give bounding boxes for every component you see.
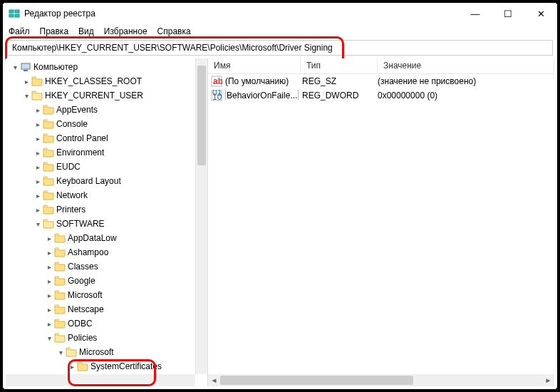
tree-systemcertificates[interactable]: ▸SystemCertificates — [6, 359, 195, 373]
svg-rect-5 — [24, 70, 28, 71]
expand-icon[interactable]: ▸ — [33, 192, 43, 200]
menu-file[interactable]: Файл — [9, 26, 30, 36]
svg-rect-0 — [9, 10, 14, 13]
values-list[interactable]: ab(По умолчанию)REG_SZ(значение не присв… — [208, 74, 554, 103]
value-type: REG_DWORD — [302, 91, 378, 100]
tree-hkcr[interactable]: ▸HKEY_CLASSES_ROOT — [6, 74, 195, 88]
tree-computer[interactable]: ▾Компьютер — [6, 60, 195, 74]
address-bar[interactable]: Компьютер\HKEY_CURRENT_USER\SOFTWARE\Pol… — [7, 40, 553, 56]
svg-rect-3 — [15, 14, 19, 17]
tree-microsoft[interactable]: ▾Microsoft — [6, 345, 195, 359]
tree-item-printers[interactable]: ▸Printers — [6, 202, 195, 217]
window-buttons: — ☐ ✕ — [459, 3, 557, 24]
tree-item-console[interactable]: ▸Console — [6, 117, 195, 131]
expand-icon[interactable]: ▸ — [44, 320, 54, 328]
svg-rect-2 — [15, 10, 19, 13]
menu-favorites[interactable]: Избранное — [104, 26, 147, 36]
tree-item-netscape[interactable]: ▸Netscape — [6, 302, 195, 316]
col-name[interactable]: Имя — [208, 58, 301, 73]
menu-view[interactable]: Вид — [78, 26, 94, 36]
tree-item-appevents[interactable]: ▸AppEvents — [6, 103, 195, 117]
scroll-left-icon[interactable]: ◄ — [208, 376, 220, 384]
address-text: Компьютер\HKEY_CURRENT_USER\SOFTWARE\Pol… — [12, 43, 333, 53]
tree-item-control-panel[interactable]: ▸Control Panel — [6, 131, 195, 145]
expand-icon[interactable]: ▸ — [44, 306, 54, 314]
close-button[interactable]: ✕ — [524, 3, 557, 24]
svg-rect-1 — [9, 14, 14, 17]
value-data: (значение не присвоено) — [378, 76, 476, 86]
registry-tree[interactable]: ▾Компьютер▸HKEY_CLASSES_ROOT▾HKEY_CURREN… — [6, 58, 195, 374]
menu-edit[interactable]: Правка — [40, 26, 69, 36]
menubar: Файл Правка Вид Избранное Справка — [3, 24, 557, 38]
value-name: BehaviorOnFaile... — [225, 91, 302, 100]
tree-hkcu[interactable]: ▾HKEY_CURRENT_USER — [6, 88, 195, 103]
values-list-pane: Имя Тип Значение ab(По умолчанию)REG_SZ(… — [208, 58, 554, 386]
expand-icon[interactable]: ▾ — [21, 92, 31, 100]
tree-item-appdatalow[interactable]: ▸AppDataLow — [6, 231, 195, 245]
expand-icon[interactable]: ▸ — [67, 363, 77, 371]
value-row[interactable]: 01101001BehaviorOnFaile...REG_DWORD0x000… — [208, 88, 554, 103]
scroll-right-icon[interactable]: ► — [542, 376, 554, 384]
tree-item-ashampoo[interactable]: ▸Ashampoo — [6, 245, 195, 259]
tree-software[interactable]: ▾SOFTWARE — [6, 217, 195, 231]
expand-icon[interactable]: ▸ — [44, 263, 54, 271]
expand-icon[interactable]: ▾ — [33, 220, 43, 228]
expand-icon[interactable]: ▾ — [10, 63, 20, 71]
col-type[interactable]: Тип — [301, 58, 378, 73]
regedit-icon — [9, 8, 20, 19]
svg-rect-4 — [21, 63, 30, 69]
svg-text:ab: ab — [213, 76, 222, 86]
tree-item-environment[interactable]: ▸Environment — [6, 145, 195, 160]
col-value[interactable]: Значение — [378, 58, 554, 73]
window-title: Редактор реестра — [24, 9, 459, 19]
tree-horizontal-scrollbar[interactable] — [6, 374, 195, 386]
tree-pane: ▾Компьютер▸HKEY_CLASSES_ROOT▾HKEY_CURREN… — [6, 58, 208, 386]
column-headers[interactable]: Имя Тип Значение — [208, 58, 554, 74]
value-row[interactable]: ab(По умолчанию)REG_SZ(значение не присв… — [208, 74, 554, 88]
tree-item-keyboard-layout[interactable]: ▸Keyboard Layout — [6, 174, 195, 188]
tree-vertical-scrollbar[interactable] — [195, 58, 207, 374]
expand-icon[interactable]: ▾ — [56, 349, 66, 356]
value-type: REG_SZ — [302, 76, 378, 86]
expand-icon[interactable]: ▸ — [33, 177, 43, 185]
expand-icon[interactable]: ▸ — [33, 106, 43, 114]
expand-icon[interactable]: ▸ — [33, 120, 43, 128]
titlebar: Редактор реестра — ☐ ✕ — [3, 3, 557, 24]
tree-item-classes[interactable]: ▸Classes — [6, 259, 195, 274]
list-horizontal-scrollbar[interactable]: ◄ ► — [208, 374, 554, 386]
menu-help[interactable]: Справка — [157, 26, 191, 36]
expand-icon[interactable]: ▸ — [21, 78, 31, 86]
tree-item-network[interactable]: ▸Network — [6, 188, 195, 202]
expand-icon[interactable]: ▸ — [44, 292, 54, 299]
tree-item-google[interactable]: ▸Google — [6, 274, 195, 288]
expand-icon[interactable]: ▸ — [44, 249, 54, 257]
expand-icon[interactable]: ▸ — [33, 163, 43, 171]
tree-item-eudc[interactable]: ▸EUDC — [6, 160, 195, 174]
expand-icon[interactable]: ▸ — [33, 149, 43, 157]
svg-text:1001: 1001 — [212, 92, 222, 101]
expand-icon[interactable]: ▾ — [44, 334, 54, 342]
value-name: (По умолчанию) — [225, 76, 302, 86]
minimize-button[interactable]: — — [459, 3, 492, 24]
expand-icon[interactable]: ▸ — [33, 206, 43, 214]
maximize-button[interactable]: ☐ — [492, 3, 524, 24]
expand-icon[interactable]: ▸ — [33, 135, 43, 143]
tree-item-odbc[interactable]: ▸ODBC — [6, 316, 195, 331]
tree-item-microsoft[interactable]: ▸Microsoft — [6, 288, 195, 302]
expand-icon[interactable]: ▸ — [44, 277, 54, 285]
tree-policies[interactable]: ▾Policies — [6, 331, 195, 345]
expand-icon[interactable]: ▸ — [44, 234, 54, 242]
value-data: 0x00000000 (0) — [378, 91, 437, 100]
